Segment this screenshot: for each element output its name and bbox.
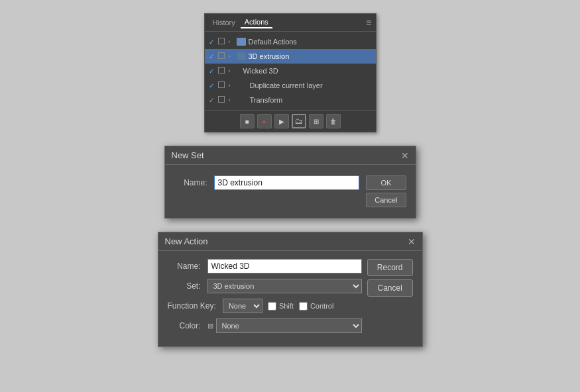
- new-icon: ⊞: [314, 118, 319, 125]
- cancel-button[interactable]: Cancel: [367, 279, 413, 297]
- action-label: 3D extrusion: [249, 52, 372, 60]
- tab-history[interactable]: History: [209, 17, 239, 28]
- color-x-icon: ⊠: [207, 322, 213, 330]
- panel-toolbar: ■ ● ▶ 🗂 ⊞ 🗑: [205, 110, 376, 132]
- set-row: Set: 3D extrusion: [168, 279, 362, 293]
- panel-menu-icon[interactable]: ≡: [366, 17, 371, 28]
- check-mark: ✓: [209, 97, 218, 104]
- name-label: Name:: [174, 178, 207, 187]
- function-key-select[interactable]: None: [223, 299, 262, 313]
- modal-indicator: [218, 81, 227, 89]
- modal-indicator: [218, 96, 227, 104]
- color-select-wrapper: ⊠ None: [207, 318, 362, 333]
- stop-button[interactable]: ■: [240, 114, 255, 128]
- check-mark: ✓: [209, 68, 218, 75]
- actions-panel: History Actions ≡ ✓ › Default Actions ✓ …: [204, 13, 377, 132]
- record-icon: ●: [262, 118, 266, 125]
- delete-button[interactable]: 🗑: [326, 114, 341, 128]
- name-row: Name:: [174, 175, 360, 190]
- new-action-dialog: New Action ✕ Name: Set: 3D extrusion: [158, 232, 423, 347]
- shift-checkbox[interactable]: [268, 302, 276, 311]
- modal-indicator: [218, 52, 227, 60]
- expand-arrow[interactable]: ›: [229, 82, 237, 89]
- close-button[interactable]: ✕: [408, 237, 416, 246]
- list-item[interactable]: ✓ › 3D extrusion: [205, 49, 376, 64]
- action-name-input[interactable]: [207, 259, 362, 273]
- expand-arrow[interactable]: ›: [229, 68, 237, 74]
- action-label: Wicked 3D: [237, 67, 372, 75]
- check-mark: ✓: [209, 38, 218, 46]
- stop-icon: ■: [245, 118, 249, 125]
- folder-icon: [237, 38, 246, 46]
- panel-header: History Actions ≡: [205, 14, 376, 32]
- expand-arrow[interactable]: ›: [229, 38, 237, 45]
- new-action-button[interactable]: ⊞: [309, 114, 323, 128]
- check-mark: ✓: [209, 82, 218, 89]
- control-checkbox[interactable]: [299, 302, 308, 311]
- close-button[interactable]: ✕: [401, 151, 409, 160]
- action-buttons: Record Cancel: [367, 259, 413, 297]
- color-label: Color:: [168, 321, 201, 330]
- color-select[interactable]: None: [216, 318, 362, 333]
- new-set-button[interactable]: 🗂: [292, 114, 306, 128]
- shift-label: Shift: [279, 302, 294, 310]
- action-label: Transform: [237, 96, 372, 104]
- panel-body: ✓ › Default Actions ✓ › 3D extrusion ✓ ›…: [205, 32, 376, 110]
- cancel-button[interactable]: Cancel: [366, 193, 406, 207]
- play-icon: ▶: [279, 118, 284, 125]
- list-item[interactable]: ✓ › Transform: [205, 93, 376, 107]
- delete-icon: 🗑: [330, 118, 337, 125]
- dialog-title: New Set: [172, 150, 204, 160]
- dialog-title-bar: New Set ✕: [165, 146, 416, 165]
- action-label: Default Actions: [249, 38, 372, 46]
- name-label: Name:: [168, 262, 201, 271]
- new-set-dialog: New Set ✕ Name: OK Cancel: [164, 146, 416, 219]
- dialog-content: Name: OK Cancel: [165, 165, 416, 218]
- name-input[interactable]: [214, 175, 360, 190]
- expand-arrow[interactable]: ›: [229, 97, 237, 103]
- function-key-row: Function Key: None Shift Control: [168, 299, 362, 313]
- name-row: Name:: [168, 259, 362, 273]
- action-label: Duplicate current layer: [237, 81, 372, 89]
- function-key-label: Function Key:: [168, 301, 216, 311]
- ok-button[interactable]: OK: [366, 175, 406, 190]
- tab-actions[interactable]: Actions: [241, 17, 272, 28]
- function-key-controls: None Shift Control: [223, 299, 333, 313]
- folder-icon: 🗂: [295, 117, 303, 126]
- modal-indicator: [218, 67, 227, 75]
- control-label: Control: [310, 302, 333, 310]
- list-item[interactable]: ✓ › Default Actions: [205, 34, 376, 49]
- expand-arrow[interactable]: ›: [229, 53, 237, 60]
- dialog-buttons: OK Cancel: [366, 175, 406, 207]
- check-mark: ✓: [209, 53, 218, 60]
- dialog-title: New Action: [165, 236, 208, 246]
- color-row: Color: ⊠ None: [168, 318, 362, 333]
- modal-indicator: [218, 38, 227, 46]
- record-button[interactable]: ●: [257, 114, 272, 128]
- list-item[interactable]: ✓ › Duplicate current layer: [205, 78, 376, 93]
- record-button[interactable]: Record: [367, 259, 413, 276]
- set-label: Set:: [168, 281, 201, 291]
- control-checkbox-label[interactable]: Control: [299, 302, 333, 311]
- folder-icon: [237, 52, 246, 60]
- dialog-title-bar: New Action ✕: [158, 232, 422, 251]
- play-button[interactable]: ▶: [274, 114, 289, 128]
- list-item[interactable]: ✓ › Wicked 3D: [205, 64, 376, 78]
- set-select[interactable]: 3D extrusion: [207, 279, 362, 293]
- shift-checkbox-label[interactable]: Shift: [268, 302, 294, 311]
- dialog-content: Name: Set: 3D extrusion Function Key: No…: [158, 251, 422, 346]
